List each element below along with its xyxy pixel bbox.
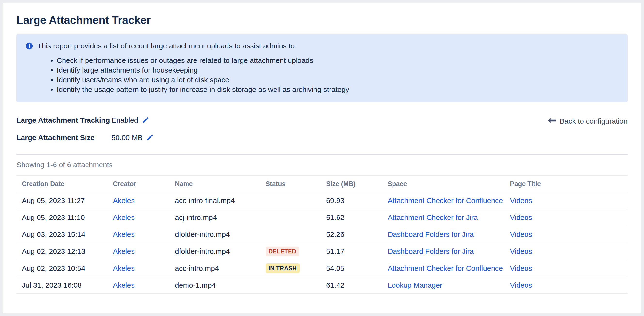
edit-size-button[interactable] xyxy=(146,134,154,142)
cell-creation-date: Aug 02, 2023 12:13 xyxy=(22,247,113,256)
column-header-name: Name xyxy=(175,180,266,188)
table-row: Aug 05, 2023 11:10 Akeles acj-intro.mp4 … xyxy=(16,209,628,226)
column-header-size: Size (MB) xyxy=(326,180,388,188)
page-title-link[interactable]: Videos xyxy=(510,281,628,289)
cell-creation-date: Aug 02, 2023 10:54 xyxy=(22,264,113,273)
creator-link[interactable]: Akeles xyxy=(113,213,175,222)
edit-pencil-icon xyxy=(142,116,149,124)
page-title-link[interactable]: Videos xyxy=(510,247,628,256)
column-header-creator: Creator xyxy=(113,180,175,188)
cell-size: 52.26 xyxy=(326,230,388,239)
page-title-link[interactable]: Videos xyxy=(510,196,628,205)
table-row: Jul 31, 2023 16:08 Akeles demo-1.mp4 61.… xyxy=(16,277,628,294)
space-link[interactable]: Dashboard Folders for Jira xyxy=(388,230,510,239)
creator-link[interactable]: Akeles xyxy=(113,281,175,289)
column-header-status: Status xyxy=(266,180,326,188)
cell-size: 51.62 xyxy=(326,213,388,222)
cell-size: 51.17 xyxy=(326,247,388,256)
page-title: Large Attachment Tracker xyxy=(16,3,628,27)
size-label: Large Attachment Size xyxy=(16,133,112,143)
table-row: Aug 02, 2023 12:13 Akeles dfolder-intro.… xyxy=(16,243,628,260)
space-link[interactable]: Attachment Checker for Confluence xyxy=(388,196,510,205)
creator-link[interactable]: Akeles xyxy=(113,230,175,239)
cell-attachment-name: demo-1.mp4 xyxy=(175,281,266,289)
creator-link[interactable]: Akeles xyxy=(113,247,175,256)
tracking-label: Large Attachment Tracking xyxy=(16,115,112,125)
back-link-label: Back to configuration xyxy=(560,116,628,126)
status-badge-in-trash: IN TRASH xyxy=(266,264,300,273)
cell-attachment-name: dfolder-intro.mp4 xyxy=(175,247,266,256)
page-title-link[interactable]: Videos xyxy=(510,264,628,273)
info-panel-intro: This report provides a list of recent la… xyxy=(37,41,297,51)
info-panel: This report provides a list of recent la… xyxy=(16,34,628,102)
cell-size: 69.93 xyxy=(326,196,388,205)
cell-attachment-name: acc-intro-final.mp4 xyxy=(175,196,266,205)
page-title-link[interactable]: Videos xyxy=(510,230,628,239)
tracking-value: Enabled xyxy=(112,115,138,125)
info-bullet: Identify the usage pattern to justify fo… xyxy=(57,85,619,94)
table-row: Aug 02, 2023 10:54 Akeles acc-intro.mp4 … xyxy=(16,260,628,277)
size-value: 50.00 MB xyxy=(112,133,142,143)
back-arrow-icon xyxy=(548,116,556,126)
info-bullet: Identify users/teams who are using a lot… xyxy=(57,75,619,85)
cell-attachment-name: acj-intro.mp4 xyxy=(175,213,266,222)
cell-attachment-name: acc-intro.mp4 xyxy=(175,264,266,273)
column-header-creation-date: Creation Date xyxy=(22,180,113,188)
table-row: Aug 03, 2023 15:14 Akeles dfolder-intro.… xyxy=(16,226,628,243)
cell-attachment-name: dfolder-intro.mp4 xyxy=(175,230,266,239)
page-title-link[interactable]: Videos xyxy=(510,213,628,222)
creator-link[interactable]: Akeles xyxy=(113,196,175,205)
main-card: Large Attachment Tracker This report pro… xyxy=(3,3,641,313)
edit-pencil-icon xyxy=(146,134,154,142)
cell-size: 54.05 xyxy=(326,264,388,273)
cell-creation-date: Aug 03, 2023 15:14 xyxy=(22,230,113,239)
section-divider xyxy=(16,154,628,155)
info-bullet: Identify large attachments for housekeep… xyxy=(57,65,619,75)
status-badge-deleted: DELETED xyxy=(266,247,299,256)
info-bullet: Check if performance issues or outages a… xyxy=(57,56,619,65)
edit-tracking-button[interactable] xyxy=(142,116,149,124)
table-row: Aug 05, 2023 11:27 Akeles acc-intro-fina… xyxy=(16,192,628,209)
space-link[interactable]: Attachment Checker for Jira xyxy=(388,213,510,222)
creator-link[interactable]: Akeles xyxy=(113,264,175,273)
cell-size: 61.42 xyxy=(326,281,388,289)
info-icon xyxy=(25,41,34,52)
space-link[interactable]: Dashboard Folders for Jira xyxy=(388,247,510,256)
info-bullet-list: Check if performance issues or outages a… xyxy=(25,56,619,94)
cell-creation-date: Aug 05, 2023 11:27 xyxy=(22,196,113,205)
settings-section: Large Attachment Tracking Enabled Large … xyxy=(16,115,628,143)
back-to-configuration-link[interactable]: Back to configuration xyxy=(548,116,628,126)
cell-creation-date: Aug 05, 2023 11:10 xyxy=(22,213,113,222)
attachments-count-summary: Showing 1-6 of 6 attachments xyxy=(16,160,628,169)
setting-row-tracking: Large Attachment Tracking Enabled xyxy=(16,115,628,125)
setting-row-size: Large Attachment Size 50.00 MB xyxy=(16,133,628,143)
column-header-space: Space xyxy=(388,180,510,188)
attachments-table: Creation Date Creator Name Status Size (… xyxy=(16,175,628,294)
cell-creation-date: Jul 31, 2023 16:08 xyxy=(22,281,113,289)
space-link[interactable]: Attachment Checker for Confluence xyxy=(388,264,510,273)
table-header-row: Creation Date Creator Name Status Size (… xyxy=(16,175,628,192)
column-header-page-title: Page Title xyxy=(510,180,628,188)
space-link[interactable]: Lookup Manager xyxy=(388,281,510,289)
